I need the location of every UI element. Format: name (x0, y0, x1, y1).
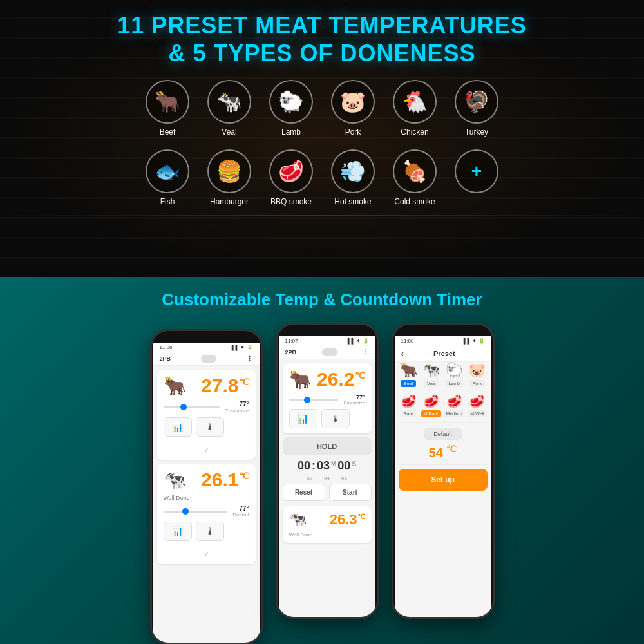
probe-1-target-info: 77° Customize (225, 401, 249, 413)
phone-1-time: 11:06 (160, 345, 173, 350)
preset-temp-unit: ℃ (446, 444, 457, 454)
phone-3-status: 11:08 ▌▌ ✦ 🔋 (395, 336, 491, 346)
phone2-slider[interactable] (289, 399, 339, 401)
probe-1-thermo-btn[interactable]: 🌡 (196, 417, 224, 437)
phone2-probe3-temp: 26.3℃ (330, 511, 365, 528)
preset-veal[interactable]: 🐄 Veal (421, 362, 442, 387)
preset-beef[interactable]: 🐂 Beef (399, 362, 419, 387)
phone-3-appbar: ‹ Preset (395, 346, 491, 362)
phone-2-screen: 11:07 ▌▌ ✦ 🔋 2PB ⋮ 🐂 26.2℃ (279, 336, 375, 619)
veal-label: Veal (222, 128, 236, 137)
probe-1-slider[interactable] (164, 406, 220, 408)
reset-button[interactable]: Reset (283, 484, 325, 501)
doneness-mrare[interactable]: 🥩 M.Rare (421, 393, 441, 417)
doneness-rare-icon: 🥩 (401, 393, 417, 409)
probe-2-label-row: Well Done (164, 495, 249, 501)
sub-m: 04 (324, 475, 330, 481)
preset-veal-icon: 🐄 (422, 362, 440, 379)
probe-1-temp: 27.8℃ (201, 375, 249, 397)
bbq-smoke-icon: 🥩 (269, 149, 313, 193)
countdown-m-label: M (331, 460, 336, 468)
phone2-probe3-unit: ℃ (357, 513, 365, 520)
preset-veal-label: Veal (424, 380, 439, 387)
beef-label: Beef (160, 128, 176, 137)
preset-lamb[interactable]: 🐑 Lamb (444, 362, 465, 387)
phone-2-toggle[interactable] (322, 348, 337, 356)
preset-pork-label: Pork (469, 380, 485, 387)
cold-smoke-icon: 🍖 (393, 149, 437, 193)
phone-3-screen: 11:08 ▌▌ ✦ 🔋 ‹ Preset 🐂 Beef 🐄 (395, 336, 491, 619)
probe-1-animal-icon: 🐂 (164, 375, 186, 397)
top-section: 11 PRESET MEAT TEMPERATURES & 5 TYPES OF… (0, 0, 644, 277)
doneness-medium-label: Medium (444, 410, 465, 417)
hold-button[interactable]: HOLD (283, 437, 372, 455)
phone-1-notch (187, 331, 225, 343)
doneness-mwell[interactable]: 🥩 M.Well (467, 393, 487, 417)
turkey-label: Turkey (465, 128, 488, 137)
phones-container: 11:06 ▌▌ ✦ 🔋 2PB ⋮ 🐂 27.8℃ (150, 323, 495, 644)
phone2-thermo-btn[interactable]: 🌡 (321, 409, 350, 428)
phone2-temp-value: 26.2 (317, 368, 354, 390)
phone-1-appbar: 2PB ⋮ (153, 352, 260, 366)
subtitle: Customizable Temp & Countdown Timer (162, 290, 482, 310)
timer-buttons: Reset Start (283, 484, 372, 501)
meat-icon-bbq-smoke: 🥩 BBQ smoke (269, 149, 313, 206)
doneness-mrare-label: M.Rare (421, 410, 441, 417)
meat-icon-beef: 🐂 Beef (146, 80, 189, 137)
preset-pork[interactable]: 🐷 Pork (467, 362, 488, 387)
preset-temp-value: 54 (429, 446, 443, 460)
probe-2-thermo-btn[interactable]: 🌡 (196, 522, 224, 541)
sub-s: 01 (341, 475, 347, 481)
title-line1: 11 PRESET MEAT TEMPERATURES (117, 12, 527, 39)
probe-card-2: 🐄 26.1℃ Well Done 77° (157, 464, 256, 564)
phone2-probe3-label: Well Done (289, 532, 365, 538)
probe-1-label: Customize (225, 408, 249, 413)
doneness-rare[interactable]: 🥩 Rare (399, 393, 419, 417)
phone-1-menu-icon[interactable]: ⋮ (247, 355, 252, 362)
turkey-icon: 🦃 (455, 80, 498, 124)
probe-1-unit: ℃ (239, 377, 249, 387)
probe-2-chart-btn[interactable]: 📊 (164, 522, 192, 541)
probe-1-top: 🐂 27.8℃ (164, 375, 249, 397)
phone-2-menu[interactable]: ⋮ (363, 349, 368, 355)
meat-icons-row2: 🐟 Fish 🍔 Hamburger 🥩 BBQ smoke 💨 Hot smo… (146, 149, 498, 206)
phone2-chart-btn[interactable]: 📊 (289, 409, 317, 428)
veal-icon: 🐄 (207, 80, 251, 124)
default-button[interactable]: Default (424, 428, 462, 440)
phone2-probe3-card: 🐄 26.3℃ Well Done (283, 506, 372, 543)
probe-1-thumb (180, 404, 187, 410)
phone-1-status: 11:06 ▌▌ ✦ 🔋 (153, 343, 260, 352)
meat-icon-fish: 🐟 Fish (146, 149, 189, 206)
phone-3-signal: ▌▌ ✦ 🔋 (464, 338, 485, 344)
phone2-probe3-top: 🐄 26.3℃ (289, 511, 365, 528)
phone2-temp-unit: ℃ (355, 370, 365, 381)
countdown-hours: 00 (298, 459, 310, 473)
phone2-target-val: 77° (343, 394, 365, 401)
meat-icon-chicken: 🐔 Chicken (393, 80, 437, 137)
phone2-target-row: 77° Customize (289, 394, 365, 405)
meat-icons-row1: 🐂 Beef 🐄 Veal 🐑 Lamb 🐷 Pork 🐔 Chicken 🦃 … (146, 80, 498, 137)
phone-1-appname: 2PB (160, 355, 171, 362)
doneness-mwell-label: M.Well (468, 410, 486, 417)
phone2-probe-card: 🐂 26.2℃ 77° Customize (283, 363, 372, 433)
setup-button[interactable]: Set up (399, 469, 488, 491)
hamburger-label: Hamburger (210, 197, 249, 206)
sub-h: 02 (307, 475, 312, 481)
doneness-medium[interactable]: 🥩 Medium (444, 393, 465, 417)
hot-smoke-label: Hot smoke (334, 197, 371, 206)
countdown-minutes: 03 (317, 459, 330, 473)
probe-card-1: 🐂 27.8℃ 77° Customize (157, 370, 256, 460)
preset-temp-display: 54 ℃ (395, 444, 491, 460)
probe-2-thumb (182, 508, 189, 515)
meat-icon-hot-smoke: 💨 Hot smoke (331, 149, 375, 206)
probe-2-slider[interactable] (164, 511, 228, 513)
phone-1-toggle[interactable] (201, 355, 216, 363)
countdown-sub: 02 04 01 (279, 475, 375, 481)
probe-2-middle: 77° Default (164, 505, 249, 518)
pork-label: Pork (345, 128, 361, 137)
main-title: 11 PRESET MEAT TEMPERATURES & 5 TYPES OF… (117, 0, 527, 67)
start-button[interactable]: Start (329, 484, 372, 501)
probe-1-chart-btn[interactable]: 📊 (164, 417, 192, 437)
back-arrow-icon[interactable]: ‹ (401, 348, 404, 359)
doneness-mwell-icon: 🥩 (469, 393, 485, 409)
